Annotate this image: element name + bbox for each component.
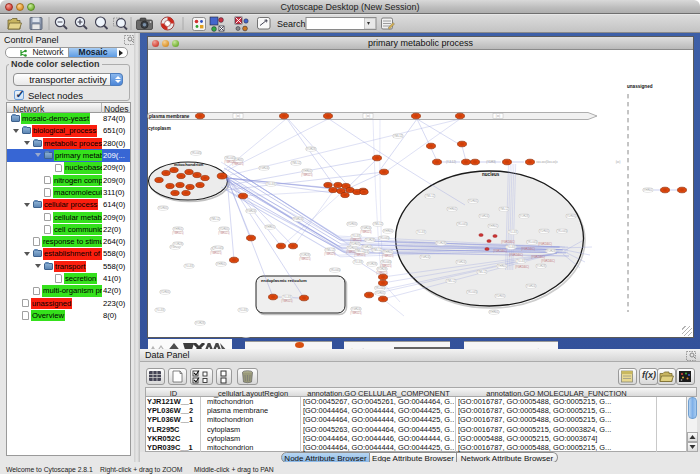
svg-text:(YDR05): (YDR05) [350, 242, 360, 246]
svg-text:(YGR24): (YGR24) [456, 260, 466, 264]
svg-text:(YDR05): (YDR05) [158, 206, 168, 210]
svg-text:(YML12): (YML12) [373, 222, 383, 226]
svg-text:(YML12): (YML12) [372, 248, 382, 252]
svg-text:(YHR01): (YHR01) [497, 264, 507, 268]
svg-text:(YDR05): (YDR05) [495, 294, 505, 298]
svg-text:(YML12): (YML12) [291, 161, 301, 165]
svg-text:(xx): (xx) [366, 114, 370, 118]
svg-text:(YML12): (YML12) [446, 279, 456, 283]
svg-text:(YKL045): (YKL045) [213, 246, 224, 250]
svg-text:nucleus: nucleus [482, 172, 500, 177]
svg-text:(YBR021): (YBR021) [354, 253, 366, 257]
svg-text:(YDR05): (YDR05) [566, 214, 576, 218]
svg-text:(YML12): (YML12) [210, 217, 220, 221]
svg-text:(YBR021): (YBR021) [218, 231, 230, 235]
svg-text:(YKL045): (YKL045) [381, 260, 392, 264]
svg-text:(YHR01): (YHR01) [265, 225, 275, 229]
svg-text:(xx): (xx) [496, 114, 500, 118]
svg-text:Search:: Search: [277, 19, 308, 29]
svg-text:(YLL33): (YLL33) [238, 308, 247, 312]
svg-text:(YLL33): (YLL33) [351, 234, 360, 238]
svg-text:mitochondrion: mitochondrion [174, 162, 204, 167]
svg-text:(YML12): (YML12) [355, 249, 365, 253]
svg-text:(YKL045): (YKL045) [467, 290, 478, 294]
svg-text:(YBR021): (YBR021) [350, 238, 362, 242]
svg-text:(YHR01): (YHR01) [447, 207, 457, 211]
svg-text:(YOR28): (YOR28) [300, 253, 310, 257]
svg-text:(YBR021): (YBR021) [224, 160, 236, 164]
svg-text:(YKL045): (YKL045) [379, 236, 390, 240]
svg-text:(YGR24): (YGR24) [351, 307, 361, 311]
svg-text:(YBR021): (YBR021) [210, 251, 222, 255]
svg-text:(YML12): (YML12) [393, 134, 403, 138]
svg-text:(YOR28): (YOR28) [195, 321, 205, 325]
svg-text:(YML12): (YML12) [499, 207, 509, 211]
svg-text:(YDR05): (YDR05) [347, 222, 357, 226]
svg-text:(YOR28): (YOR28) [173, 242, 183, 246]
svg-text:(YKL045): (YKL045) [527, 240, 538, 244]
svg-text:endoplasmic reticulum: endoplasmic reticulum [261, 278, 307, 283]
svg-text:(YGR240C): (YGR240C) [515, 265, 529, 269]
svg-text:(YOR28): (YOR28) [536, 264, 546, 268]
svg-text:cytoplasm: cytoplasm [148, 126, 171, 131]
svg-text:(YOR28): (YOR28) [436, 241, 446, 245]
svg-text:(YGR24): (YGR24) [361, 226, 371, 230]
svg-text:(YGR240C): (YGR240C) [531, 255, 545, 259]
svg-text:(YLL33): (YLL33) [506, 245, 515, 249]
svg-text:(YHR01): (YHR01) [488, 224, 498, 228]
svg-text:(YBR021): (YBR021) [281, 299, 293, 303]
svg-text:(xx): (xx) [616, 160, 621, 164]
svg-text:(YML12): (YML12) [325, 248, 335, 252]
svg-text:(YLL33): (YLL33) [184, 264, 193, 268]
svg-text:unassigned: unassigned [627, 84, 653, 89]
svg-text:(YKL045): (YKL045) [191, 151, 202, 155]
svg-text:(YHR01): (YHR01) [216, 262, 226, 266]
svg-text:(YGR24): (YGR24) [293, 217, 303, 221]
svg-text:(YGR24): (YGR24) [420, 255, 430, 259]
svg-text:(YBR021): (YBR021) [380, 264, 392, 268]
svg-text:(YKL045): (YKL045) [225, 156, 236, 160]
svg-text:(YDR05): (YDR05) [219, 227, 229, 231]
svg-text:(YML12): (YML12) [477, 270, 487, 274]
svg-text:(YDR05): (YDR05) [375, 291, 385, 295]
svg-text:(YKL045): (YKL045) [557, 229, 568, 233]
svg-text:(YDR05): (YDR05) [468, 199, 478, 203]
svg-text:(YBR021): (YBR021) [301, 173, 313, 177]
svg-text:(YBR021): (YBR021) [350, 311, 362, 315]
svg-text:(YHR01): (YHR01) [489, 310, 499, 314]
svg-text:(YOR28): (YOR28) [367, 262, 377, 266]
svg-text:(YDR3): (YDR3) [486, 160, 495, 164]
svg-text:(YGR240C): (YGR240C) [501, 240, 515, 244]
svg-text:(YDR05): (YDR05) [539, 229, 549, 233]
svg-text:(YHR01): (YHR01) [302, 169, 312, 173]
svg-text:(YLL33): (YLL33) [155, 308, 164, 312]
svg-text:(YKL045): (YKL045) [457, 222, 468, 226]
svg-text:(YLL33): (YLL33) [516, 259, 525, 263]
svg-text:(YKL045): (YKL045) [330, 268, 341, 272]
svg-text:(YOR28): (YOR28) [365, 238, 375, 242]
svg-text:(YDR05): (YDR05) [160, 290, 170, 294]
svg-text:(YHR01): (YHR01) [643, 188, 653, 192]
svg-text:(YBR021): (YBR021) [299, 257, 311, 261]
svg-text:xxx-xxx(Gxx-xx)x: xxx-xxx(Gxx-xx)x [536, 160, 558, 164]
svg-text:plasma membrane: plasma membrane [149, 114, 190, 119]
svg-text:(YLL33): (YLL33) [266, 182, 275, 186]
svg-text:(YGR24): (YGR24) [362, 245, 372, 249]
svg-text:(YGR24): (YGR24) [246, 209, 256, 213]
svg-text:(YLL33): (YLL33) [353, 260, 362, 264]
svg-text:(YOR28): (YOR28) [519, 214, 529, 218]
svg-text:(YML12): (YML12) [425, 194, 435, 198]
svg-text:(YLL33): (YLL33) [282, 295, 291, 299]
svg-text:(YLL33): (YLL33) [416, 230, 425, 234]
svg-text:(YOR28): (YOR28) [306, 147, 316, 151]
svg-text:(YGR240C): (YGR240C) [509, 253, 523, 257]
svg-text:(YJL12): (YJL12) [446, 160, 456, 164]
svg-text:(YGR240C): (YGR240C) [538, 242, 552, 246]
svg-text:(YGR240C): (YGR240C) [493, 249, 507, 253]
svg-text:(YGR240C): (YGR240C) [521, 247, 535, 251]
svg-text:(YGR24): (YGR24) [259, 166, 269, 170]
svg-text:(YHR01): (YHR01) [173, 227, 183, 231]
svg-text:(YBR021): (YBR021) [172, 231, 184, 235]
svg-text:(YGR240C): (YGR240C) [541, 259, 555, 263]
svg-text:(YHR01): (YHR01) [383, 250, 393, 254]
